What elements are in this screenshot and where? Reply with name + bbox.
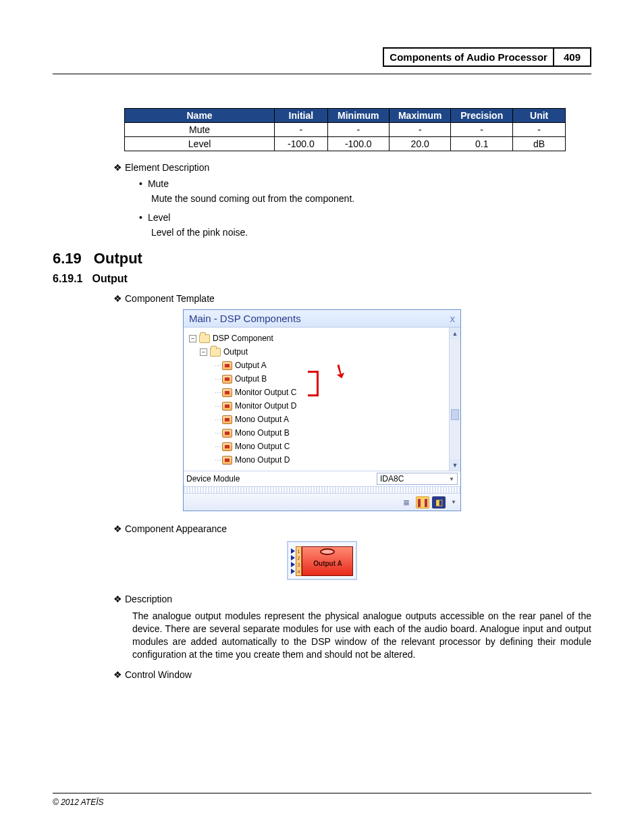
port-number: 2: [298, 556, 300, 561]
tree-item-label: Monitor Output C: [235, 388, 296, 397]
output-component: 1 2 3 4 Output A: [287, 541, 358, 580]
component-label: Output A: [313, 560, 342, 567]
large-icons-view-icon[interactable]: ❚❚: [416, 496, 429, 509]
parameters-table: Name Initial Minimum Maximum Precision U…: [124, 108, 566, 151]
highlight-bracket-icon: [308, 371, 319, 396]
collapse-icon[interactable]: −: [200, 348, 207, 356]
port-number: 4: [298, 569, 300, 574]
tree-connector-icon: ⋯: [215, 402, 221, 410]
cell-name: Mute: [125, 123, 275, 137]
port-icon: [291, 555, 295, 561]
table-row: Level -100.0 -100.0 20.0 0.1 dB: [125, 137, 566, 151]
control-window-heading: Control Window: [113, 669, 591, 680]
dsp-components-window: Main - DSP Components x − DSP Component …: [183, 309, 461, 511]
tree-item-label: Output B: [235, 374, 267, 384]
input-ports: [290, 546, 296, 576]
list-view-icon[interactable]: ≣: [400, 496, 413, 509]
component-body: Output A: [302, 546, 353, 576]
section-number: 6.19: [53, 250, 82, 267]
cell-precision: -: [451, 123, 512, 137]
bullet-mute: Mute: [139, 178, 591, 189]
tree-item-label: Mono Output A: [235, 415, 289, 424]
component-template-heading: Component Template: [113, 293, 591, 304]
tree-root[interactable]: − DSP Component: [188, 332, 446, 345]
details-view-icon[interactable]: ◧: [432, 496, 446, 509]
collapse-icon[interactable]: −: [189, 335, 196, 342]
table-row: Mute - - - - -: [125, 123, 566, 137]
component-icon: [222, 415, 232, 424]
subsection-title: Output: [92, 273, 127, 285]
tree-group-label: Output: [223, 347, 248, 357]
tree-connector-icon: ⋯: [215, 362, 221, 369]
port-number: 3: [298, 563, 300, 567]
description-paragraph: The analogue output modules represent th…: [132, 610, 591, 661]
cell-initial: -100.0: [275, 137, 327, 151]
tree-connector-icon: ⋯: [215, 457, 221, 464]
close-icon[interactable]: x: [450, 313, 456, 324]
port-icon: [291, 548, 295, 554]
folder-icon: [199, 334, 210, 343]
tree-connector-icon: ⋯: [215, 443, 221, 450]
section-title: Output: [94, 250, 142, 267]
subsection-heading: 6.19.1 Output: [53, 273, 591, 285]
tree-item-label: Mono Output C: [235, 442, 290, 451]
subsection-number: 6.19.1: [53, 273, 82, 285]
vertical-scrollbar[interactable]: ▲ ▼: [449, 328, 460, 471]
level-description: Level of the pink noise.: [151, 227, 591, 238]
section-heading: 6.19 Output: [53, 250, 591, 267]
cell-minimum: -: [327, 123, 389, 137]
scroll-down-icon[interactable]: ▼: [450, 459, 460, 471]
page: Components of Audio Processor 409 Name I…: [0, 0, 644, 834]
tree-item-mono-output-d[interactable]: ⋯Mono Output D: [188, 453, 446, 467]
component-appearance-heading: Component Appearance: [113, 523, 591, 534]
resize-grip[interactable]: [184, 486, 460, 493]
component-icon: [222, 429, 232, 438]
port-icon: [291, 569, 295, 574]
window-title: Main - DSP Components: [189, 313, 301, 324]
tree-connector-icon: ⋯: [215, 416, 221, 423]
tree-item-label: Mono Output D: [235, 455, 290, 465]
component-icon: [222, 402, 232, 411]
tree-root-label: DSP Component: [213, 334, 273, 343]
description-heading: Description: [113, 594, 591, 604]
scrollbar-thumb[interactable]: [451, 409, 459, 420]
col-precision: Precision: [451, 109, 512, 123]
tree-item-label: Mono Output B: [235, 428, 290, 438]
mute-description: Mute the sound coming out from the compo…: [151, 193, 591, 204]
port-numbers: 1 2 3 4: [296, 546, 302, 576]
device-module-label: Device Module: [186, 474, 377, 484]
chevron-down-icon[interactable]: ▼: [448, 499, 456, 505]
cell-name: Level: [125, 137, 275, 151]
header-page-number: 409: [553, 47, 591, 67]
cell-unit: -: [512, 123, 565, 137]
col-minimum: Minimum: [327, 109, 389, 123]
tree-item-monitor-output-d[interactable]: ⋯Monitor Output D: [188, 399, 446, 413]
tree-connector-icon: ⋯: [215, 375, 221, 383]
col-unit: Unit: [512, 109, 565, 123]
device-module-select[interactable]: IDA8C ▼: [377, 473, 458, 485]
page-footer: © 2012 ATEÏS: [53, 793, 591, 807]
tree-item-mono-output-b[interactable]: ⋯Mono Output B: [188, 426, 446, 440]
port-number: 1: [298, 549, 300, 554]
chevron-down-icon: ▼: [449, 476, 457, 482]
tree-group-output[interactable]: − Output: [188, 345, 446, 359]
component-icon: [222, 361, 232, 370]
tree-item-label: Output A: [235, 361, 267, 370]
component-icon: [222, 456, 232, 465]
device-module-row: Device Module IDA8C ▼: [184, 471, 460, 486]
port-icon: [291, 562, 295, 567]
cell-maximum: -: [390, 123, 451, 137]
component-icon: [222, 375, 232, 384]
tree-item-output-a[interactable]: ⋯Output A: [188, 359, 446, 372]
tree-connector-icon: ⋯: [215, 429, 221, 437]
col-initial: Initial: [275, 109, 327, 123]
tree-item-mono-output-c[interactable]: ⋯Mono Output C: [188, 440, 446, 453]
component-tree[interactable]: − DSP Component − Output ⋯Output A ⋯Outp…: [184, 328, 449, 471]
cell-unit: dB: [512, 137, 565, 151]
tree-item-mono-output-a[interactable]: ⋯Mono Output A: [188, 413, 446, 426]
page-header: Components of Audio Processor 409: [53, 47, 591, 74]
window-toolbar: ≣ ❚❚ ◧ ▼: [184, 493, 460, 511]
window-titlebar: Main - DSP Components x: [184, 310, 460, 328]
scroll-up-icon[interactable]: ▲: [450, 328, 460, 339]
cell-maximum: 20.0: [390, 137, 451, 151]
